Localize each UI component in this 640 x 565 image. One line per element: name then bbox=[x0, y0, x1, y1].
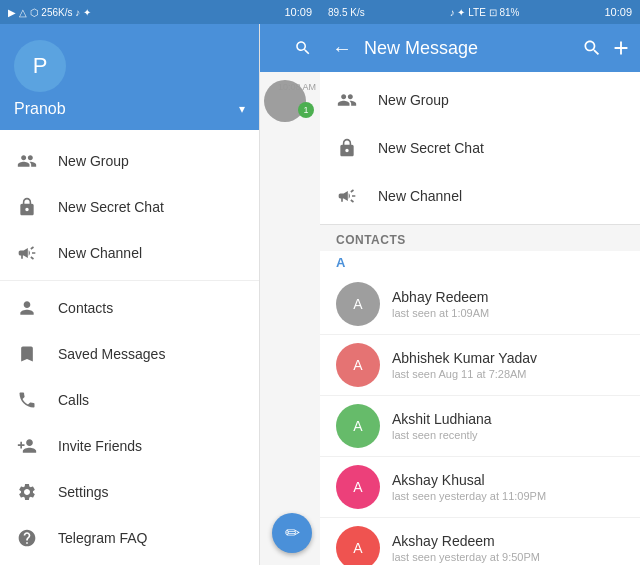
drawer-item-faq[interactable]: Telegram FAQ bbox=[0, 515, 259, 561]
middle-header bbox=[260, 24, 320, 72]
right-panel: ← New Message New Group bbox=[320, 24, 640, 565]
drawer-nav-section: Contacts Saved Messages bbox=[0, 280, 259, 561]
user-name-row: Pranob ▾ bbox=[14, 100, 245, 118]
chat-item: 10:08 AM 1 bbox=[264, 80, 316, 122]
group-icon bbox=[16, 150, 38, 172]
phone-icon bbox=[16, 389, 38, 411]
header-icons bbox=[582, 37, 632, 59]
bookmark-icon bbox=[16, 343, 38, 365]
contact-item-4[interactable]: A Akshay Redeem last seen yesterday at 9… bbox=[320, 518, 640, 565]
drawer-item-new-group[interactable]: New Group bbox=[0, 138, 259, 184]
left-drawer: P Pranob ▾ New Group bbox=[0, 24, 260, 565]
new-group-label: New Group bbox=[58, 153, 129, 169]
settings-icon bbox=[16, 481, 38, 503]
drawer-header: P Pranob ▾ bbox=[0, 24, 259, 130]
contact-status-2: last seen recently bbox=[392, 429, 624, 441]
status-bars: ▶ △ ⬡ 256K/s ♪ ✦ 10:09 89.5 K/s ♪ ✦ LTE … bbox=[0, 0, 640, 24]
contact-info-3: Akshay Khusal last seen yesterday at 11:… bbox=[392, 472, 624, 502]
contact-avatar-4: A bbox=[336, 526, 380, 565]
drawer-item-saved-messages[interactable]: Saved Messages bbox=[0, 331, 259, 377]
compose-icon: ✏ bbox=[285, 522, 300, 544]
chevron-down-icon[interactable]: ▾ bbox=[239, 102, 245, 116]
compose-fab[interactable]: ✏ bbox=[272, 513, 312, 553]
contact-status-0: last seen at 1:09AM bbox=[392, 307, 624, 319]
chat-timestamp: 10:08 AM bbox=[278, 82, 316, 92]
left-status-icons: ▶ △ ⬡ 256K/s ♪ ✦ bbox=[8, 7, 91, 18]
contact-letter-a: A bbox=[320, 251, 640, 274]
contact-name-1: Abhishek Kumar Yadav bbox=[392, 350, 624, 366]
right-speed: 89.5 K/s bbox=[328, 7, 365, 18]
saved-messages-label: Saved Messages bbox=[58, 346, 165, 362]
help-icon bbox=[16, 527, 38, 549]
right-new-group-label: New Group bbox=[378, 92, 449, 108]
drawer-item-settings[interactable]: Settings bbox=[0, 469, 259, 515]
contact-name-3: Akshay Khusal bbox=[392, 472, 624, 488]
right-new-secret-chat-label: New Secret Chat bbox=[378, 140, 484, 156]
contact-name-4: Akshay Redeem bbox=[392, 533, 624, 549]
contact-info-4: Akshay Redeem last seen yesterday at 9:5… bbox=[392, 533, 624, 563]
add-icon[interactable] bbox=[610, 37, 632, 59]
person-icon bbox=[16, 297, 38, 319]
contact-name-2: Akshit Ludhiana bbox=[392, 411, 624, 427]
right-header: ← New Message bbox=[320, 24, 640, 72]
drawer-item-calls[interactable]: Calls bbox=[0, 377, 259, 423]
settings-label: Settings bbox=[58, 484, 109, 500]
invite-friends-label: Invite Friends bbox=[58, 438, 142, 454]
middle-panel: 10:08 AM 1 ✏ bbox=[260, 24, 320, 565]
right-new-channel[interactable]: New Channel bbox=[320, 172, 640, 220]
right-menu-section: New Group New Secret Chat New Channel bbox=[320, 72, 640, 225]
drawer-item-new-secret-chat[interactable]: New Secret Chat bbox=[0, 184, 259, 230]
main-container: P Pranob ▾ New Group bbox=[0, 24, 640, 565]
drawer-item-invite-friends[interactable]: Invite Friends bbox=[0, 423, 259, 469]
right-lock-icon bbox=[336, 137, 358, 159]
drawer-item-contacts[interactable]: Contacts bbox=[0, 285, 259, 331]
left-status-bar: ▶ △ ⬡ 256K/s ♪ ✦ 10:09 bbox=[0, 0, 320, 24]
contact-avatar-0: A bbox=[336, 282, 380, 326]
right-megaphone-icon bbox=[336, 185, 358, 207]
drawer-menu: New Group New Secret Chat New Channel bbox=[0, 130, 259, 565]
contact-info-2: Akshit Ludhiana last seen recently bbox=[392, 411, 624, 441]
contact-status-1: last seen Aug 11 at 7:28AM bbox=[392, 368, 624, 380]
chat-badge: 1 bbox=[298, 102, 314, 118]
contact-info-1: Abhishek Kumar Yadav last seen Aug 11 at… bbox=[392, 350, 624, 380]
contacts-label: Contacts bbox=[58, 300, 113, 316]
right-group-icon bbox=[336, 89, 358, 111]
contact-item-0[interactable]: A Abhay Redeem last seen at 1:09AM bbox=[320, 274, 640, 335]
contact-avatar-1: A bbox=[336, 343, 380, 387]
drawer-item-new-channel[interactable]: New Channel bbox=[0, 230, 259, 276]
new-channel-label: New Channel bbox=[58, 245, 142, 261]
contact-avatar-3: A bbox=[336, 465, 380, 509]
contact-item-2[interactable]: A Akshit Ludhiana last seen recently bbox=[320, 396, 640, 457]
contacts-section: CONTACTS A A Abhay Redeem last seen at 1… bbox=[320, 225, 640, 565]
contact-status-4: last seen yesterday at 9:50PM bbox=[392, 551, 624, 563]
left-status-time: 10:09 bbox=[284, 6, 312, 18]
right-new-channel-label: New Channel bbox=[378, 188, 462, 204]
contact-item-1[interactable]: A Abhishek Kumar Yadav last seen Aug 11 … bbox=[320, 335, 640, 396]
back-button[interactable]: ← bbox=[328, 33, 356, 64]
right-new-group[interactable]: New Group bbox=[320, 76, 640, 124]
search-header-icon[interactable] bbox=[582, 38, 602, 58]
right-new-secret-chat[interactable]: New Secret Chat bbox=[320, 124, 640, 172]
right-status-icons: ♪ ✦ LTE ⊡ 81% bbox=[450, 7, 520, 18]
faq-label: Telegram FAQ bbox=[58, 530, 147, 546]
megaphone-icon bbox=[16, 242, 38, 264]
contact-info-0: Abhay Redeem last seen at 1:09AM bbox=[392, 289, 624, 319]
contact-name-0: Abhay Redeem bbox=[392, 289, 624, 305]
contact-status-3: last seen yesterday at 11:09PM bbox=[392, 490, 624, 502]
contact-avatar-2: A bbox=[336, 404, 380, 448]
avatar: P bbox=[14, 40, 66, 92]
calls-label: Calls bbox=[58, 392, 89, 408]
person-add-icon bbox=[16, 435, 38, 457]
user-name: Pranob bbox=[14, 100, 66, 118]
right-status-bar: 89.5 K/s ♪ ✦ LTE ⊡ 81% 10:09 bbox=[320, 0, 640, 24]
contacts-header-label: CONTACTS bbox=[320, 225, 640, 251]
middle-content: 10:08 AM 1 bbox=[260, 72, 320, 565]
right-status-time: 10:09 bbox=[604, 6, 632, 18]
contact-item-3[interactable]: A Akshay Khusal last seen yesterday at 1… bbox=[320, 457, 640, 518]
new-secret-chat-label: New Secret Chat bbox=[58, 199, 164, 215]
lock-icon bbox=[16, 196, 38, 218]
search-icon[interactable] bbox=[294, 39, 312, 57]
new-message-title: New Message bbox=[364, 38, 574, 59]
